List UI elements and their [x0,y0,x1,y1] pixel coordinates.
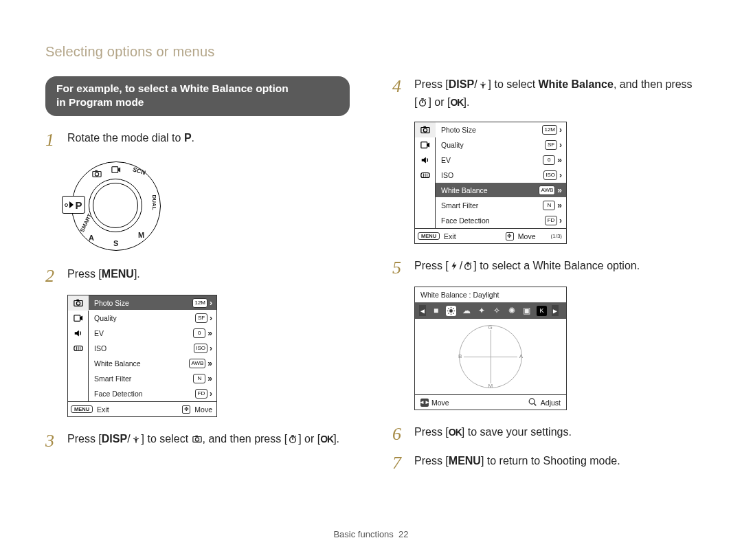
menu-item-value: N [543,201,555,210]
menu-row: Face DetectionFD› [436,213,566,228]
menu-item-value: FD [195,389,207,399]
step-text: Press [DISP/] to select , and then press… [67,431,350,449]
camera-menu-screenshot-1: Photo Size12M›QualitySF›EV0»ISOISO›White… [67,295,217,417]
menu-item-label: Face Detection [441,216,490,225]
wb-opt-daylight-icon [446,306,456,316]
menu-row: Photo Size12M› [436,122,566,137]
step-text: Press [/] to select a White Balance opti… [414,258,697,276]
step-number: 4 [392,78,406,96]
menu-item-label: Smart Filter [94,374,131,383]
chevron-right-icon: › [210,313,212,323]
timer-icon [287,432,298,449]
menu-item-value: 0 [543,155,555,165]
white-balance-screenshot: White Balance : Daylight ◄ ■ ☁ ✦ ✧ ✺ ▣ K… [414,287,567,410]
step-number: 3 [45,432,59,450]
disp-button-label: DISP [449,78,474,90]
dial-video-icon [111,165,122,177]
menu-pill-icon: MENU [71,405,93,413]
camera-menu-screenshot-2: Photo Size12M›QualitySF›EV0»ISOISO›White… [414,122,567,244]
menu-row: ISOISO› [436,168,566,183]
wb-opt-fluorescent-h-icon: ✦ [476,306,486,316]
chevron-right-icon: » [207,374,212,383]
flower-icon [477,78,488,94]
step-1: 1 Rotate the mode dial to P. [45,130,350,149]
disp-button-label: DISP [102,433,127,445]
camera-icon [192,432,203,449]
callout-line2: in Program mode [56,96,339,109]
step-number: 2 [45,267,59,285]
wb-nav-left-icon: ◄ [419,305,426,316]
menu-item-label: Face Detection [94,390,143,398]
menu-item-label: Photo Size [441,126,476,134]
menu-item-value: ISO [543,170,557,180]
chevron-right-icon: » [557,186,562,195]
menu-row: Photo Size12M› [89,295,216,311]
menu-item-label: EV [441,156,451,164]
step-text: Press [MENU]. [67,266,350,282]
step-6: 6 Press [OK] to save your settings. [392,424,697,443]
step-2: 2 Press [MENU]. [45,266,350,285]
ok-button-label: OK [450,97,463,108]
menu-row: EV0» [89,326,216,341]
menu-item-label: Quality [94,314,117,322]
footer-move: Move [518,232,536,240]
chevron-right-icon: › [210,344,212,353]
tab-video-icon [68,311,89,326]
menu-item-label: ISO [441,171,453,179]
menu-item-label: ISO [94,344,106,352]
flash-icon [449,259,460,276]
mode-dial-illustration: A S M SCN DUAL SMART P [62,159,165,255]
menu-item-value: SF [545,140,557,150]
menu-item-value: ISO [194,344,207,353]
menu-item-value: AWB [189,359,205,368]
move-dpad-icon: ✥ [182,405,190,414]
menu-row: EV0» [436,153,566,168]
footer-exit: Exit [444,232,456,240]
flower-icon [131,432,142,449]
menu-pill-icon: MENU [418,232,440,240]
menu-item-label: Photo Size [94,299,129,307]
wb-opt-k-icon: K [537,306,547,316]
tab-sound-icon [68,326,89,341]
step-7: 7 Press [MENU] to return to Shooting mod… [392,453,697,472]
wb-cross-adjuster: G B A M [459,325,522,388]
chevron-right-icon: › [210,298,212,308]
wb-nav-right-icon: ► [552,305,559,316]
chevron-right-icon: » [557,155,562,165]
footer-move: Move [194,405,212,414]
menu-row: ISOISO› [89,341,216,356]
timer-icon [462,259,473,276]
menu-item-value: AWB [539,186,555,195]
menu-button-label: MENU [449,455,481,467]
step-text: Rotate the mode dial to P. [67,130,350,146]
footer-pager: (1/3) [551,233,562,239]
menu-row: QualitySF› [436,137,566,153]
wb-footer-move: Move [431,399,449,407]
ok-button-label: OK [449,427,462,438]
wb-title: White Balance : Daylight [415,287,566,302]
chevron-right-icon: › [210,389,212,399]
menu-row: White BalanceAWB» [436,183,566,198]
menu-item-label: White Balance [441,186,488,194]
ok-button-label: OK [320,434,333,445]
menu-row: Smart FilterN» [436,198,566,213]
step-number: 7 [392,454,406,472]
menu-row: Smart FilterN» [89,371,216,386]
step-number: 1 [45,131,59,149]
move-dpad-icon: ✥ [506,232,514,240]
menu-row: Face DetectionFD› [89,386,216,401]
step-number: 6 [392,425,406,443]
menu-item-value: FD [545,216,557,225]
tab-grip-icon [415,168,436,183]
chevron-right-icon: › [559,216,562,225]
step-5: 5 Press [/] to select a White Balance op… [392,258,697,277]
page-footer: Basic functions 22 [45,522,697,539]
step-text: Press [OK] to save your settings. [414,424,697,440]
wb-opt-awb-icon: ■ [431,306,441,316]
menu-item-value: 0 [193,328,205,338]
tab-photo-icon [68,295,89,311]
wb-opt-tungsten-icon: ✺ [506,306,517,316]
chevron-right-icon: » [207,328,212,338]
tab-grip-icon [68,341,89,356]
menu-row: QualitySF› [89,311,216,326]
